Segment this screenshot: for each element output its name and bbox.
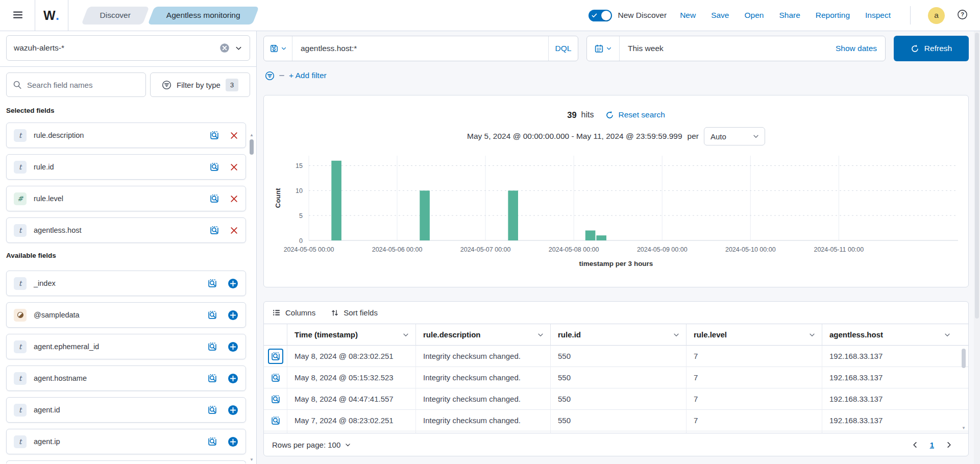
- search-field-names-input[interactable]: [27, 81, 139, 89]
- scrollbar-thumb[interactable]: [250, 139, 254, 155]
- scroll-up-arrow[interactable]: ▲: [249, 133, 254, 137]
- show-dates-link[interactable]: Show dates: [836, 36, 885, 61]
- wazuh-logo[interactable]: W.: [43, 8, 60, 23]
- menu-inspect[interactable]: Inspect: [865, 11, 891, 20]
- calendar-icon: [594, 44, 604, 54]
- chart-title: timestamp per 3 hours: [264, 260, 968, 267]
- field-item-agent.hostname[interactable]: tagent.hostname: [6, 365, 246, 391]
- column-header-rule-id[interactable]: rule.id: [551, 324, 687, 346]
- filter-by-type-button[interactable]: Filter by type 3: [150, 72, 250, 97]
- table-scrollbar[interactable]: ▼: [961, 348, 966, 430]
- svg-text:0: 0: [299, 237, 303, 245]
- inspect-field-icon[interactable]: [209, 193, 219, 204]
- calendar-button[interactable]: [587, 36, 620, 61]
- table-body: May 8, 2024 @ 08:23:02.251Integrity chec…: [264, 346, 968, 431]
- add-field-icon[interactable]: [228, 373, 238, 384]
- inspect-field-icon[interactable]: [209, 225, 219, 235]
- page-number[interactable]: 1: [930, 441, 934, 449]
- tab-discover[interactable]: Discover: [85, 7, 146, 25]
- divider: [35, 0, 35, 31]
- cell-rule-level: 7: [687, 367, 822, 388]
- inspect-field-icon[interactable]: [207, 436, 217, 447]
- field-item-agent.ip[interactable]: tagent.ip: [6, 429, 246, 454]
- remove-field-icon[interactable]: [230, 131, 238, 140]
- filter-icon[interactable]: [265, 71, 275, 81]
- menu-button[interactable]: [9, 6, 27, 25]
- inspect-field-icon[interactable]: [209, 130, 219, 140]
- inspect-field-icon[interactable]: [207, 310, 217, 320]
- columns-button[interactable]: Columns: [272, 308, 315, 317]
- add-field-icon[interactable]: [228, 310, 238, 321]
- previous-page-button[interactable]: [911, 441, 919, 449]
- field-item-agent.id[interactable]: tagent.id: [6, 397, 246, 423]
- add-filter-link[interactable]: + Add filter: [289, 71, 327, 80]
- reset-search-link[interactable]: Reset search: [605, 110, 665, 119]
- interval-select[interactable]: Auto: [704, 127, 765, 145]
- field-item-rule.id[interactable]: trule.id: [6, 154, 246, 180]
- column-header-time-timestamp-[interactable]: Time (timestamp): [287, 324, 416, 346]
- cell-rule-id: 550: [551, 367, 687, 388]
- next-page-button[interactable]: [945, 441, 953, 449]
- add-field-icon[interactable]: [228, 436, 238, 447]
- header-menu: NewSaveOpenShareReportingInspect: [680, 11, 891, 20]
- query-input[interactable]: [301, 44, 540, 53]
- save-query-icon: [270, 44, 279, 53]
- help-button[interactable]: ?: [954, 6, 971, 25]
- column-header-rule-level[interactable]: rule.level: [687, 324, 822, 346]
- scroll-down-arrow[interactable]: ▼: [961, 426, 966, 430]
- column-header-agentless-host[interactable]: agentless.host: [822, 324, 968, 346]
- inspect-field-icon[interactable]: [207, 278, 217, 288]
- inspect-field-icon[interactable]: [207, 405, 217, 415]
- field-item-agentless.host[interactable]: tagentless.host: [6, 217, 246, 243]
- table-row[interactable]: May 8, 2024 @ 04:47:41.557Integrity chec…: [264, 388, 968, 410]
- scrollbar-thumb[interactable]: [962, 349, 966, 368]
- page-scrollbar[interactable]: [974, 31, 980, 464]
- field-item-agent.ephemeral_id[interactable]: tagent.ephemeral_id: [6, 334, 246, 359]
- field-item-@sampledata[interactable]: @sampledata: [6, 302, 246, 328]
- breadcrumb-tabs: Discover Agentless monitoring: [85, 7, 256, 25]
- remove-field-icon[interactable]: [230, 194, 238, 203]
- add-field-icon[interactable]: [228, 341, 238, 352]
- clear-index-icon[interactable]: [219, 43, 230, 53]
- expand-row-icon[interactable]: [268, 413, 283, 428]
- field-item-rule.description[interactable]: trule.description: [6, 123, 246, 148]
- sidebar-scrollbar[interactable]: ▲ ▼: [249, 133, 254, 463]
- svg-text:?: ?: [961, 11, 964, 17]
- histogram-chart[interactable]: 2024-05-05 00:002024-05-06 00:002024-05-…: [272, 153, 960, 257]
- saved-query-button[interactable]: [264, 36, 292, 61]
- scroll-down-arrow[interactable]: ▼: [249, 458, 254, 462]
- sort-fields-button[interactable]: Sort fields: [331, 308, 378, 317]
- inspect-field-icon[interactable]: [209, 162, 219, 172]
- field-item-_index[interactable]: t_index: [6, 271, 246, 296]
- time-range-value[interactable]: This week: [620, 36, 836, 61]
- field-item-rule.level[interactable]: #rule.level: [6, 186, 246, 211]
- user-avatar[interactable]: a: [928, 7, 945, 24]
- add-field-icon[interactable]: [228, 405, 238, 416]
- column-header-rule-description[interactable]: rule.description: [416, 324, 551, 346]
- refresh-button[interactable]: Refresh: [894, 36, 969, 61]
- add-field-icon[interactable]: [228, 278, 238, 289]
- menu-reporting[interactable]: Reporting: [816, 11, 850, 20]
- remove-field-icon[interactable]: [230, 226, 238, 235]
- table-row[interactable]: May 8, 2024 @ 05:15:32.523Integrity chec…: [264, 367, 968, 388]
- query-language-button[interactable]: DQL: [548, 36, 578, 61]
- rows-per-page-select[interactable]: Rows per page: 100: [272, 441, 351, 449]
- inspect-field-icon[interactable]: [207, 341, 217, 352]
- expand-row-icon[interactable]: [268, 370, 283, 385]
- scrollbar-thumb[interactable]: [975, 33, 979, 319]
- table-row[interactable]: May 8, 2024 @ 08:23:02.251Integrity chec…: [264, 346, 968, 367]
- remove-field-icon[interactable]: [230, 163, 238, 172]
- available-fields-header: Available fields: [6, 251, 246, 260]
- expand-row-icon[interactable]: [268, 349, 283, 364]
- columns-label: Columns: [285, 308, 315, 317]
- tab-agentless-monitoring[interactable]: Agentless monitoring: [151, 7, 256, 25]
- index-pattern-select[interactable]: wazuh-alerts-*: [6, 35, 250, 61]
- menu-new[interactable]: New: [680, 11, 696, 20]
- menu-share[interactable]: Share: [779, 11, 800, 20]
- table-row[interactable]: May 7, 2024 @ 08:23:02.251Integrity chec…: [264, 410, 968, 431]
- inspect-field-icon[interactable]: [207, 373, 217, 383]
- expand-row-icon[interactable]: [268, 392, 283, 407]
- menu-save[interactable]: Save: [711, 11, 729, 20]
- menu-open[interactable]: Open: [745, 11, 764, 20]
- new-discover-toggle[interactable]: [589, 10, 612, 21]
